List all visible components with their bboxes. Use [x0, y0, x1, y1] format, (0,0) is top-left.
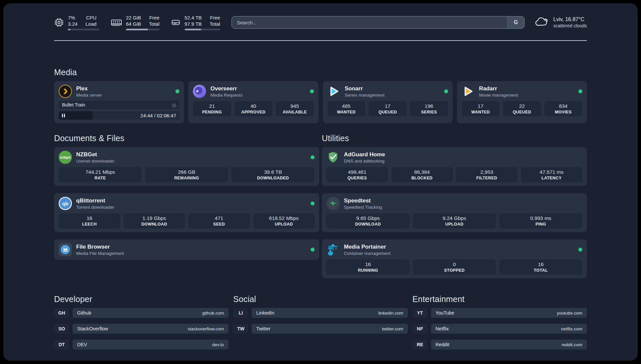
bookmark-url: stackoverflow.com	[188, 326, 224, 331]
cpu-icon	[54, 17, 64, 27]
section-title-documents: Documents & Files	[54, 133, 319, 143]
media-grid: Plex Media server Bullet Train ◎ 24:44 /…	[54, 81, 587, 123]
bookmark-name: DEV	[77, 342, 87, 347]
app-card-overseerr[interactable]: Overseerr Media Requests 21PENDING 40APP…	[188, 81, 318, 123]
disk-free-label: Free	[210, 15, 220, 21]
app-name: Sonarr	[345, 85, 385, 92]
bookmark-netflix[interactable]: NF Netflix netflix.com	[412, 324, 587, 334]
status-online-dot	[311, 248, 315, 252]
memory-progress-bar	[126, 29, 160, 30]
status-online-dot	[578, 89, 582, 93]
app-card-speedtest[interactable]: Speedtest Speedtest Tracking 9.65 GbpsDO…	[322, 193, 587, 232]
stat-queries: 498,461QUERIES	[326, 167, 388, 182]
disk-icon	[171, 17, 181, 27]
bookmark-url: twitter.com	[382, 326, 403, 331]
disk-total-value: 97.9 TB	[185, 21, 202, 27]
app-card-sonarr[interactable]: Sonarr Series management 485WANTED 17QUE…	[323, 81, 453, 123]
bookmark-name: YouTube	[436, 310, 454, 316]
adguard-icon	[326, 151, 340, 164]
stat-available: 945AVAILABLE	[276, 101, 314, 116]
bookmark-youtube[interactable]: YT YouTube youtube.com	[412, 308, 587, 318]
playback-progress: 24:44 / 02:06:47	[59, 111, 179, 120]
radarr-icon	[462, 85, 475, 98]
app-name: qBittorrent	[76, 197, 114, 204]
media-disc-icon: ◎	[172, 103, 176, 107]
memory-free-value: 22 GiB	[126, 15, 141, 21]
search-bar: G	[231, 16, 525, 29]
app-subtitle: Torrent downloader	[76, 204, 114, 210]
filebrowser-icon	[59, 243, 72, 256]
stat-series: 196SERIES	[410, 101, 448, 116]
app-card-adguard[interactable]: AdGuard Home DNS and adblocking 498,461Q…	[322, 147, 587, 186]
bookmark-abbr: RE	[412, 340, 428, 349]
disk-widget: 52.4 TB 97.9 TB Free Total	[171, 15, 220, 30]
app-subtitle: Media File Management	[76, 251, 124, 256]
bookmark-abbr: LI	[233, 308, 248, 318]
bookmark-dev[interactable]: DT DEV dev.to	[54, 340, 229, 349]
bookmark-abbr: NF	[412, 324, 428, 334]
stat-remaining: 266 GBREMAINING	[145, 167, 228, 182]
bookmark-url: dev.to	[212, 342, 224, 347]
section-title-utilities: Utilities	[322, 133, 587, 143]
app-name: Radarr	[479, 85, 518, 92]
now-playing-row[interactable]: Bullet Train ◎	[59, 101, 179, 109]
sonarr-icon	[327, 85, 341, 98]
stat-latency: 47.571 msLATENCY	[521, 167, 583, 182]
stat-running: 16RUNNING	[326, 259, 410, 275]
bookmark-reddit[interactable]: RE Reddit reddit.com	[412, 340, 587, 349]
app-card-portainer[interactable]: Media Portainer Container management 16R…	[322, 239, 587, 278]
stat-queued: 22QUEUED	[503, 101, 541, 116]
stat-seed: 471SEED	[188, 213, 250, 228]
playback-time: 24:44 / 02:06:47	[140, 113, 179, 118]
search-engine-label: G	[514, 19, 518, 25]
bookmark-twitter[interactable]: TW Twitter twitter.com	[233, 324, 408, 334]
cpu-usage-value: 7%	[68, 15, 77, 21]
cpu-load-value: 3.24	[68, 21, 77, 27]
bookmark-url: youtube.com	[557, 311, 582, 316]
stat-wanted: 485WANTED	[327, 101, 365, 116]
bookmark-name: StackOverflow	[77, 326, 108, 331]
stat-filtered: 2,953FILTERED	[456, 167, 518, 182]
stat-wanted: 17WANTED	[462, 101, 500, 116]
bookmark-github[interactable]: GH Github github.com	[54, 308, 229, 318]
app-card-filebrowser[interactable]: File Browser Media File Management	[54, 239, 319, 260]
search-input[interactable]	[232, 16, 507, 28]
bookmark-url: reddit.com	[562, 342, 582, 347]
disk-progress-bar	[185, 29, 220, 30]
app-subtitle: Media server	[76, 92, 102, 98]
app-card-qbittorrent[interactable]: qb qBittorrent Torrent downloader 16LEEC…	[54, 193, 319, 232]
app-card-plex[interactable]: Plex Media server Bullet Train ◎ 24:44 /…	[54, 81, 184, 123]
bookmark-abbr: TW	[233, 324, 248, 334]
cloud-icon	[534, 16, 549, 28]
app-name: Plex	[76, 85, 102, 92]
weather-widget[interactable]: Lviv, 16.87°C scattered clouds	[534, 16, 587, 29]
memory-free-label: Free	[149, 15, 160, 21]
bookmark-url: netflix.com	[561, 326, 582, 331]
stat-downloaded: 39.6 TBDOWNLOADED	[231, 167, 315, 182]
status-online-dot	[311, 155, 315, 159]
app-card-radarr[interactable]: Radarr Movie management 17WANTED 22QUEUE…	[457, 81, 587, 123]
header-divider	[54, 40, 587, 41]
section-documents: Documents & Files nzbget NZBGet Usenet d…	[54, 133, 319, 278]
app-name: AdGuard Home	[344, 151, 385, 158]
bookmark-linkedin[interactable]: LI LinkedIn linkedin.com	[233, 308, 408, 318]
stat-total: 16TOTAL	[499, 259, 582, 275]
bookmark-stackoverflow[interactable]: SO StackOverflow stackoverflow.com	[54, 324, 229, 334]
memory-widget: 22 GiB 64 GiB Free Total	[111, 15, 160, 30]
stat-movies: 834MOVIES	[544, 101, 582, 116]
search-engine-button[interactable]: G	[507, 16, 524, 28]
status-online-dot	[578, 248, 582, 252]
bookmark-abbr: SO	[54, 324, 69, 334]
now-playing-title: Bullet Train	[62, 102, 85, 107]
dashboard: 7% 3.24 CPU Load	[3, 3, 638, 361]
app-name: Overseerr	[210, 85, 243, 92]
app-card-nzbget[interactable]: nzbget NZBGet Usenet downloader 744.21 M…	[54, 147, 319, 186]
stat-upload: 9.24 GbpsUPLOAD	[413, 213, 496, 228]
stat-ping: 0.993 msPING	[499, 213, 582, 228]
bookmark-abbr: GH	[54, 308, 69, 318]
app-name: File Browser	[76, 243, 124, 250]
overseerr-icon	[193, 85, 206, 98]
nzbget-icon: nzbget	[59, 151, 72, 164]
bookmark-url: github.com	[202, 311, 224, 316]
section-utilities: Utilities AdGuard Home	[322, 133, 587, 278]
